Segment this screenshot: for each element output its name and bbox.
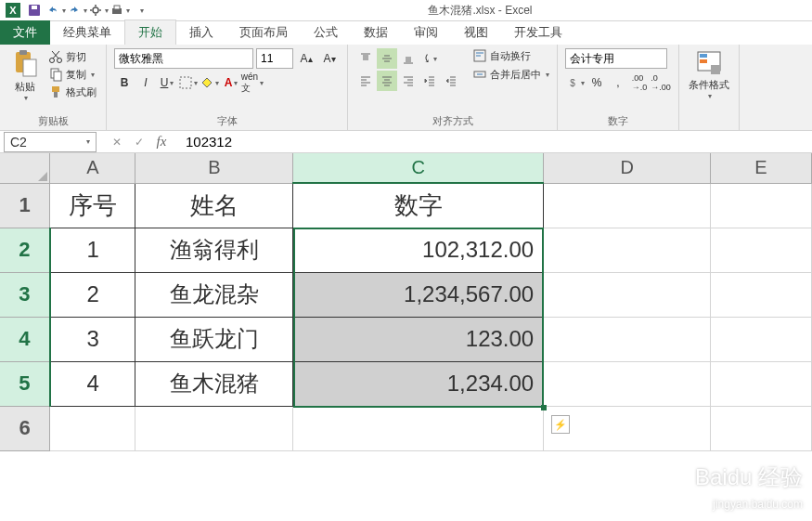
accounting-format-icon[interactable]: $▾	[565, 72, 586, 93]
cell-E6[interactable]	[711, 406, 812, 450]
tab-insert[interactable]: 插入	[176, 20, 226, 45]
cell-D4[interactable]	[544, 317, 711, 361]
orientation-icon[interactable]: ⤹▾	[419, 48, 440, 69]
phonetic-button[interactable]: wén文▾	[242, 72, 263, 93]
cell-B6[interactable]	[135, 406, 293, 450]
formula-input[interactable]	[178, 132, 812, 152]
decrease-indent-icon[interactable]	[419, 71, 440, 91]
row-header-6[interactable]: 6	[0, 406, 50, 450]
group-alignment: ⤹▾ 自动换行 合并后居中▾ 对齐方式	[348, 45, 558, 130]
align-center-icon[interactable]	[377, 71, 397, 91]
cell-D5[interactable]	[544, 361, 711, 406]
cell-B1[interactable]: 姓名	[135, 183, 293, 228]
align-top-icon[interactable]	[355, 48, 376, 69]
col-header-C[interactable]: C	[293, 153, 544, 183]
enter-icon[interactable]: ✓	[130, 133, 148, 151]
increase-decimal-icon[interactable]: .00→.0	[629, 72, 650, 93]
cell-C5[interactable]: 1,234.00	[293, 361, 544, 406]
row-header-4[interactable]: 4	[0, 317, 50, 361]
undo-icon[interactable]: ▾	[45, 1, 66, 20]
cut-button[interactable]: 剪切	[46, 48, 98, 65]
cell-A5[interactable]: 4	[50, 361, 135, 406]
name-box[interactable]: C2 ▾	[4, 132, 97, 152]
italic-button[interactable]: I	[135, 72, 156, 93]
cell-B3[interactable]: 鱼龙混杂	[135, 272, 293, 317]
quick-analysis-icon[interactable]: ⚡	[551, 415, 570, 434]
cell-D2[interactable]	[544, 228, 711, 272]
cell-C2[interactable]: 102,312.00	[293, 228, 544, 272]
excel-icon[interactable]: X	[3, 1, 23, 20]
row-header-2[interactable]: 2	[0, 228, 50, 272]
paste-button[interactable]: 粘贴 ▾	[7, 48, 43, 102]
cell-B5[interactable]: 鱼木混猪	[135, 361, 293, 406]
increase-indent-icon[interactable]	[441, 71, 461, 91]
copy-button[interactable]: 复制▾	[46, 66, 98, 83]
cell-C6[interactable]	[293, 406, 544, 450]
cancel-icon[interactable]: ✕	[108, 133, 126, 151]
font-name-combo[interactable]	[114, 48, 253, 69]
decrease-decimal-icon[interactable]: .0→.00	[651, 72, 671, 93]
tab-developer[interactable]: 开发工具	[501, 20, 575, 45]
cell-B4[interactable]: 鱼跃龙门	[135, 317, 293, 361]
cell-E1[interactable]	[711, 183, 812, 228]
row-header-5[interactable]: 5	[0, 361, 50, 406]
align-middle-icon[interactable]	[377, 48, 397, 69]
number-format-combo[interactable]	[565, 48, 667, 69]
col-header-B[interactable]: B	[135, 153, 293, 183]
col-header-E[interactable]: E	[711, 153, 812, 183]
decrease-font-icon[interactable]: A▾	[319, 48, 340, 69]
border-button[interactable]: ▾	[178, 72, 199, 93]
spreadsheet-grid[interactable]: A B C D E 1 序号 姓名 数字 2 1 渔翁得利 102,312.00…	[0, 153, 812, 520]
save-icon[interactable]	[24, 1, 45, 20]
bold-button[interactable]: B	[114, 72, 135, 93]
select-all-corner[interactable]	[0, 153, 50, 183]
fill-color-button[interactable]: ▾	[200, 72, 220, 93]
cell-A4[interactable]: 3	[50, 317, 135, 361]
fill-handle[interactable]	[541, 405, 547, 410]
insert-function-icon[interactable]: fx	[152, 133, 171, 151]
align-left-icon[interactable]	[355, 71, 376, 91]
tab-view[interactable]: 视图	[451, 20, 501, 45]
col-header-A[interactable]: A	[50, 153, 135, 183]
cell-C3[interactable]: 1,234,567.00	[293, 272, 544, 317]
cell-D1[interactable]	[544, 183, 711, 228]
merge-center-button[interactable]: 合并后居中▾	[472, 67, 549, 82]
tab-classic-menu[interactable]: 经典菜单	[50, 20, 124, 45]
col-header-D[interactable]: D	[544, 153, 711, 183]
conditional-format-button[interactable]: 条件格式 ▾	[687, 48, 731, 100]
font-size-combo[interactable]	[256, 48, 293, 69]
font-color-button[interactable]: A▾	[221, 72, 241, 93]
touch-mode-icon[interactable]: ▾	[88, 1, 109, 20]
underline-button[interactable]: U▾	[157, 72, 177, 93]
tab-review[interactable]: 审阅	[401, 20, 451, 45]
cell-E4[interactable]	[711, 317, 812, 361]
cell-E3[interactable]	[711, 272, 812, 317]
comma-format-icon[interactable]: ,	[608, 72, 628, 93]
customize-qat-icon[interactable]: ▾	[131, 1, 151, 20]
tab-home[interactable]: 开始	[124, 20, 176, 45]
tab-data[interactable]: 数据	[351, 20, 401, 45]
cell-C1[interactable]: 数字	[293, 183, 544, 228]
redo-icon[interactable]: ▾	[67, 1, 87, 20]
align-bottom-icon[interactable]	[398, 48, 419, 69]
format-painter-button[interactable]: 格式刷	[46, 84, 98, 100]
percent-format-icon[interactable]: %	[586, 72, 607, 93]
tab-page-layout[interactable]: 页面布局	[226, 20, 301, 45]
tab-file[interactable]: 文件	[0, 20, 50, 45]
cell-B2[interactable]: 渔翁得利	[135, 228, 293, 272]
align-right-icon[interactable]	[398, 71, 419, 91]
cell-C4[interactable]: 123.00	[293, 317, 544, 361]
cell-A3[interactable]: 2	[50, 272, 135, 317]
cell-E5[interactable]	[711, 361, 812, 406]
cell-E2[interactable]	[711, 228, 812, 272]
cell-D3[interactable]	[544, 272, 711, 317]
row-header-3[interactable]: 3	[0, 272, 50, 317]
wrap-text-button[interactable]: 自动换行	[472, 48, 549, 63]
cell-A1[interactable]: 序号	[50, 183, 135, 228]
cell-A6[interactable]	[50, 406, 135, 450]
print-icon[interactable]: ▾	[110, 1, 130, 20]
cell-A2[interactable]: 1	[50, 228, 135, 272]
tab-formulas[interactable]: 公式	[301, 20, 351, 45]
row-header-1[interactable]: 1	[0, 183, 50, 228]
increase-font-icon[interactable]: A▴	[296, 48, 316, 69]
